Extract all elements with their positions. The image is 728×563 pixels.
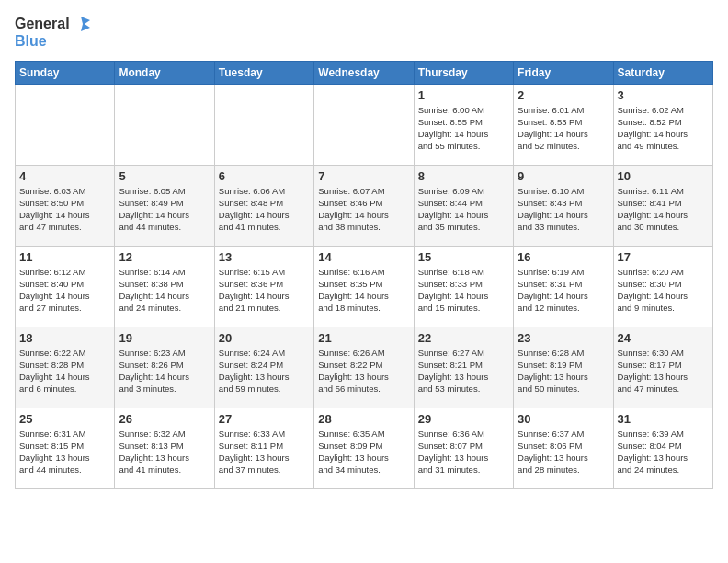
day-number: 18 [19, 331, 110, 345]
day-number: 9 [518, 169, 609, 183]
day-info: Sunrise: 6:05 AM Sunset: 8:49 PM Dayligh… [119, 185, 210, 234]
calendar-cell: 12Sunrise: 6:14 AM Sunset: 8:38 PM Dayli… [115, 246, 214, 327]
calendar-cell: 23Sunrise: 6:28 AM Sunset: 8:19 PM Dayli… [514, 327, 613, 408]
calendar-cell: 7Sunrise: 6:07 AM Sunset: 8:46 PM Daylig… [314, 165, 414, 246]
calendar-cell: 31Sunrise: 6:39 AM Sunset: 8:04 PM Dayli… [613, 408, 712, 488]
day-header-wednesday: Wednesday [314, 61, 414, 84]
day-number: 21 [318, 331, 409, 345]
day-number: 14 [318, 250, 409, 264]
calendar-cell: 11Sunrise: 6:12 AM Sunset: 8:40 PM Dayli… [16, 246, 115, 327]
day-number: 27 [219, 412, 310, 426]
calendar-cell: 26Sunrise: 6:32 AM Sunset: 8:13 PM Dayli… [115, 408, 214, 488]
day-number: 10 [618, 169, 709, 183]
calendar-cell [16, 84, 115, 165]
day-number: 19 [119, 331, 210, 345]
day-info: Sunrise: 6:27 AM Sunset: 8:21 PM Dayligh… [418, 347, 509, 396]
calendar-cell: 17Sunrise: 6:20 AM Sunset: 8:30 PM Dayli… [613, 246, 712, 327]
day-info: Sunrise: 6:28 AM Sunset: 8:19 PM Dayligh… [518, 347, 609, 396]
calendar-cell [115, 84, 214, 165]
day-number: 1 [418, 88, 509, 102]
day-info: Sunrise: 6:23 AM Sunset: 8:26 PM Dayligh… [119, 347, 210, 396]
page-header: General Blue [15, 15, 713, 50]
day-info: Sunrise: 6:33 AM Sunset: 8:11 PM Dayligh… [219, 428, 310, 477]
day-number: 28 [318, 412, 409, 426]
day-number: 23 [518, 331, 609, 345]
day-info: Sunrise: 6:37 AM Sunset: 8:06 PM Dayligh… [518, 428, 609, 477]
day-info: Sunrise: 6:22 AM Sunset: 8:28 PM Dayligh… [19, 347, 110, 396]
calendar-cell [314, 84, 414, 165]
calendar-cell: 29Sunrise: 6:36 AM Sunset: 8:07 PM Dayli… [414, 408, 513, 488]
day-info: Sunrise: 6:07 AM Sunset: 8:46 PM Dayligh… [318, 185, 409, 234]
day-header-monday: Monday [115, 61, 214, 84]
calendar-week-2: 4Sunrise: 6:03 AM Sunset: 8:50 PM Daylig… [16, 165, 713, 246]
day-number: 31 [618, 412, 709, 426]
day-number: 26 [119, 412, 210, 426]
calendar-cell [214, 84, 313, 165]
day-number: 25 [19, 412, 110, 426]
day-info: Sunrise: 6:36 AM Sunset: 8:07 PM Dayligh… [418, 428, 509, 477]
day-number: 3 [618, 88, 709, 102]
day-info: Sunrise: 6:39 AM Sunset: 8:04 PM Dayligh… [618, 428, 709, 477]
calendar-table: SundayMondayTuesdayWednesdayThursdayFrid… [15, 61, 713, 489]
svg-marker-0 [81, 17, 90, 31]
calendar-cell: 5Sunrise: 6:05 AM Sunset: 8:49 PM Daylig… [115, 165, 214, 246]
calendar-week-5: 25Sunrise: 6:31 AM Sunset: 8:15 PM Dayli… [16, 408, 713, 488]
day-number: 13 [219, 250, 310, 264]
day-number: 22 [418, 331, 509, 345]
day-info: Sunrise: 6:26 AM Sunset: 8:22 PM Dayligh… [318, 347, 409, 396]
day-info: Sunrise: 6:30 AM Sunset: 8:17 PM Dayligh… [618, 347, 709, 396]
day-number: 7 [318, 169, 409, 183]
day-number: 2 [518, 88, 609, 102]
calendar-cell: 1Sunrise: 6:00 AM Sunset: 8:55 PM Daylig… [414, 84, 513, 165]
calendar-cell: 20Sunrise: 6:24 AM Sunset: 8:24 PM Dayli… [214, 327, 313, 408]
day-info: Sunrise: 6:06 AM Sunset: 8:48 PM Dayligh… [219, 185, 310, 234]
day-info: Sunrise: 6:02 AM Sunset: 8:52 PM Dayligh… [618, 104, 709, 153]
day-header-sunday: Sunday [16, 61, 115, 84]
day-number: 11 [19, 250, 110, 264]
day-info: Sunrise: 6:10 AM Sunset: 8:43 PM Dayligh… [518, 185, 609, 234]
day-number: 30 [518, 412, 609, 426]
day-info: Sunrise: 6:09 AM Sunset: 8:44 PM Dayligh… [418, 185, 509, 234]
calendar-cell: 28Sunrise: 6:35 AM Sunset: 8:09 PM Dayli… [314, 408, 414, 488]
day-number: 17 [618, 250, 709, 264]
calendar-cell: 24Sunrise: 6:30 AM Sunset: 8:17 PM Dayli… [613, 327, 712, 408]
calendar-week-1: 1Sunrise: 6:00 AM Sunset: 8:55 PM Daylig… [16, 84, 713, 165]
calendar-cell: 14Sunrise: 6:16 AM Sunset: 8:35 PM Dayli… [314, 246, 414, 327]
calendar-header: SundayMondayTuesdayWednesdayThursdayFrid… [16, 61, 713, 84]
calendar-cell: 9Sunrise: 6:10 AM Sunset: 8:43 PM Daylig… [514, 165, 613, 246]
day-info: Sunrise: 6:01 AM Sunset: 8:53 PM Dayligh… [518, 104, 609, 153]
day-info: Sunrise: 6:32 AM Sunset: 8:13 PM Dayligh… [119, 428, 210, 477]
day-number: 24 [618, 331, 709, 345]
logo-blue: Blue [15, 33, 47, 49]
day-number: 5 [119, 169, 210, 183]
calendar-cell: 25Sunrise: 6:31 AM Sunset: 8:15 PM Dayli… [16, 408, 115, 488]
day-info: Sunrise: 6:12 AM Sunset: 8:40 PM Dayligh… [19, 266, 110, 315]
day-number: 20 [219, 331, 310, 345]
calendar-cell: 2Sunrise: 6:01 AM Sunset: 8:53 PM Daylig… [514, 84, 613, 165]
calendar-cell: 8Sunrise: 6:09 AM Sunset: 8:44 PM Daylig… [414, 165, 513, 246]
calendar-week-4: 18Sunrise: 6:22 AM Sunset: 8:28 PM Dayli… [16, 327, 713, 408]
day-info: Sunrise: 6:15 AM Sunset: 8:36 PM Dayligh… [219, 266, 310, 315]
day-header-friday: Friday [514, 61, 613, 84]
day-header-tuesday: Tuesday [214, 61, 313, 84]
calendar-cell: 4Sunrise: 6:03 AM Sunset: 8:50 PM Daylig… [16, 165, 115, 246]
calendar-body: 1Sunrise: 6:00 AM Sunset: 8:55 PM Daylig… [16, 84, 713, 488]
day-number: 29 [418, 412, 509, 426]
logo-general: General [15, 16, 70, 32]
calendar-week-3: 11Sunrise: 6:12 AM Sunset: 8:40 PM Dayli… [16, 246, 713, 327]
calendar-cell: 13Sunrise: 6:15 AM Sunset: 8:36 PM Dayli… [214, 246, 313, 327]
day-number: 16 [518, 250, 609, 264]
day-number: 4 [19, 169, 110, 183]
day-info: Sunrise: 6:03 AM Sunset: 8:50 PM Dayligh… [19, 185, 110, 234]
day-info: Sunrise: 6:35 AM Sunset: 8:09 PM Dayligh… [318, 428, 409, 477]
day-header-saturday: Saturday [613, 61, 712, 84]
day-info: Sunrise: 6:00 AM Sunset: 8:55 PM Dayligh… [418, 104, 509, 153]
calendar-cell: 16Sunrise: 6:19 AM Sunset: 8:31 PM Dayli… [514, 246, 613, 327]
logo-display: General Blue [15, 15, 90, 50]
calendar-cell: 21Sunrise: 6:26 AM Sunset: 8:22 PM Dayli… [314, 327, 414, 408]
logo-bird-icon [72, 15, 90, 33]
day-info: Sunrise: 6:16 AM Sunset: 8:35 PM Dayligh… [318, 266, 409, 315]
day-number: 15 [418, 250, 509, 264]
calendar-cell: 15Sunrise: 6:18 AM Sunset: 8:33 PM Dayli… [414, 246, 513, 327]
calendar-cell: 27Sunrise: 6:33 AM Sunset: 8:11 PM Dayli… [214, 408, 313, 488]
